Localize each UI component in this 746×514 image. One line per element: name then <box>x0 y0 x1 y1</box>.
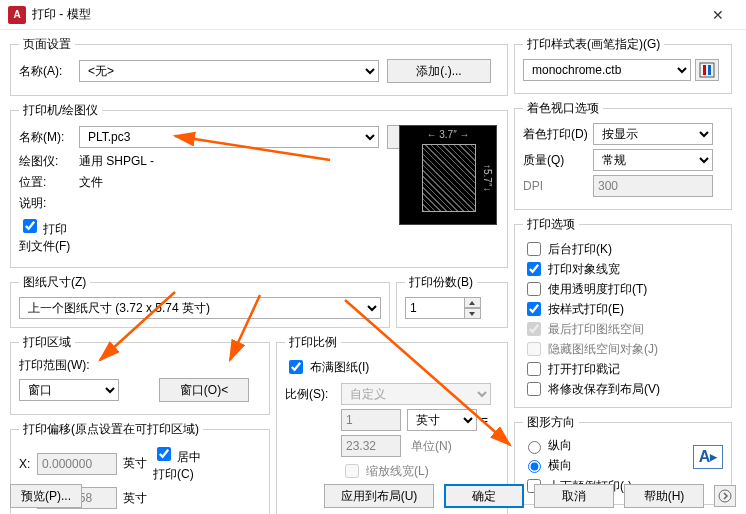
opt-save-layout-checkbox[interactable]: 将修改保存到布局(V) <box>523 379 660 399</box>
scale-lineweights-checkbox: 缩放线宽(L) <box>341 461 429 481</box>
shaded-viewport-group: 着色视口选项 着色打印(D) 按显示 质量(Q) 常规 D <box>514 100 732 210</box>
plotter-value: 通用 SHPGL - <box>79 153 154 170</box>
spin-up-icon[interactable] <box>465 297 481 308</box>
printer-name-label: 名称(M): <box>19 129 79 146</box>
svg-rect-2 <box>708 65 711 75</box>
center-plot-input[interactable] <box>157 447 171 461</box>
dialog-footer: 预览(P)... 应用到布局(U) 确定 取消 帮助(H) <box>0 484 746 508</box>
opt-plot-styles-checkbox[interactable]: 按样式打印(E) <box>523 299 624 319</box>
scale-lineweights-input <box>345 464 359 478</box>
fit-to-paper-checkbox[interactable]: 布满图纸(I) <box>285 357 369 377</box>
paper-size-select[interactable]: 上一个图纸尺寸 (3.72 x 5.74 英寸) <box>19 297 381 319</box>
plot-area-legend: 打印区域 <box>19 334 75 351</box>
where-value: 文件 <box>79 174 103 191</box>
spin-down-icon[interactable] <box>465 308 481 319</box>
plot-style-table-group: 打印样式表(画笔指定)(G) monochrome.ctb <box>514 36 732 94</box>
plot-offset-legend: 打印偏移(原点设置在可打印区域) <box>19 421 203 438</box>
window-pick-button[interactable]: 窗口(O)< <box>159 378 249 402</box>
orientation-legend: 图形方向 <box>523 414 579 431</box>
app-icon: A <box>8 6 26 24</box>
copies-input[interactable] <box>405 297 465 319</box>
plot-options-legend: 打印选项 <box>523 216 579 233</box>
printer-group: 打印机/绘图仪 名称(M): PLT.pc3 特性(R)... 绘图仪: <box>10 102 508 268</box>
page-name-select[interactable]: <无> <box>79 60 379 82</box>
opt-paperspace-last-checkbox: 最后打印图纸空间 <box>523 319 644 339</box>
scale-units-b-label: 单位(N) <box>411 438 452 455</box>
page-setup-legend: 页面设置 <box>19 36 75 53</box>
copies-spinner[interactable] <box>465 297 481 319</box>
quality-select[interactable]: 常规 <box>593 149 713 171</box>
scale-select: 自定义 <box>341 383 491 405</box>
opt-lineweights-checkbox[interactable]: 打印对象线宽 <box>523 259 620 279</box>
paper-size-group: 图纸尺寸(Z) 上一个图纸尺寸 (3.72 x 5.74 英寸) <box>10 274 390 328</box>
shade-plot-select[interactable]: 按显示 <box>593 123 713 145</box>
fit-to-paper-input[interactable] <box>289 360 303 374</box>
page-name-label: 名称(A): <box>19 63 79 80</box>
plot-options-group: 打印选项 后台打印(K) 打印对象线宽 使用透明度打印(T) 按样式打印(E) … <box>514 216 732 408</box>
copies-group: 打印份数(B) <box>396 274 508 328</box>
page-setup-add-button[interactable]: 添加(.)... <box>387 59 491 83</box>
center-plot-checkbox[interactable]: 居中打印(C) <box>153 444 213 483</box>
opt-plot-stamp-checkbox[interactable]: 打开打印戳记 <box>523 359 620 379</box>
scale-units-b-input <box>341 435 401 457</box>
opt-hide-paperspace-checkbox: 隐藏图纸空间对象(J) <box>523 339 658 359</box>
svg-rect-1 <box>703 65 706 75</box>
offset-x-input <box>37 453 117 475</box>
print-to-file-input[interactable] <box>23 219 37 233</box>
close-icon[interactable]: ✕ <box>698 7 738 23</box>
scale-units-a-input <box>341 409 401 431</box>
window-title: 打印 - 模型 <box>32 6 91 23</box>
plot-range-select[interactable]: 窗口 <box>19 379 119 401</box>
copies-legend: 打印份数(B) <box>405 274 477 291</box>
plot-range-label: 打印范围(W): <box>19 357 261 374</box>
expand-icon[interactable] <box>714 485 736 507</box>
scale-label: 比例(S): <box>285 386 341 403</box>
svg-rect-0 <box>700 63 714 77</box>
scale-unit-select[interactable]: 英寸 <box>407 409 477 431</box>
print-dialog: A 打印 - 模型 ✕ 页面设置 名称(A): <无> 添加(.)... <box>0 0 746 514</box>
paper-size-legend: 图纸尺寸(Z) <box>19 274 90 291</box>
desc-label: 说明: <box>19 195 79 212</box>
cancel-button[interactable]: 取消 <box>534 484 614 508</box>
apply-to-layout-button[interactable]: 应用到布局(U) <box>324 484 434 508</box>
opt-background-checkbox[interactable]: 后台打印(K) <box>523 239 612 259</box>
equals-label: = <box>481 413 488 427</box>
titlebar: A 打印 - 模型 ✕ <box>0 0 746 30</box>
paper-preview: ← 3.7″ → ↑5.7″↓ <box>399 125 497 225</box>
orientation-portrait-radio[interactable]: 纵向 <box>523 437 572 454</box>
opt-transparency-checkbox[interactable]: 使用透明度打印(T) <box>523 279 647 299</box>
plot-style-table-legend: 打印样式表(画笔指定)(G) <box>523 36 664 53</box>
plot-area-group: 打印区域 打印范围(W): 窗口 窗口(O)< <box>10 334 270 415</box>
dpi-input <box>593 175 713 197</box>
page-setup-group: 页面设置 名称(A): <无> 添加(.)... <box>10 36 508 96</box>
orientation-preview-icon: A▶ <box>693 445 723 469</box>
plotter-label: 绘图仪: <box>19 153 79 170</box>
shaded-viewport-legend: 着色视口选项 <box>523 100 603 117</box>
ok-button[interactable]: 确定 <box>444 484 524 508</box>
plot-scale-legend: 打印比例 <box>285 334 341 351</box>
edit-icon <box>699 62 715 78</box>
offset-x-unit: 英寸 <box>123 455 147 472</box>
shade-plot-label: 着色打印(D) <box>523 126 593 143</box>
where-label: 位置: <box>19 174 79 191</box>
quality-label: 质量(Q) <box>523 152 593 169</box>
help-button[interactable]: 帮助(H) <box>624 484 704 508</box>
printer-legend: 打印机/绘图仪 <box>19 102 102 119</box>
svg-point-7 <box>719 490 731 502</box>
plot-style-edit-button[interactable] <box>695 59 719 81</box>
print-to-file-checkbox[interactable]: 打印到文件(F) <box>19 216 79 255</box>
orientation-landscape-radio[interactable]: 横向 <box>523 457 572 474</box>
offset-x-label: X: <box>19 457 37 471</box>
dpi-label: DPI <box>523 179 593 193</box>
preview-button[interactable]: 预览(P)... <box>10 484 82 508</box>
plot-style-table-select[interactable]: monochrome.ctb <box>523 59 691 81</box>
printer-name-select[interactable]: PLT.pc3 <box>79 126 379 148</box>
